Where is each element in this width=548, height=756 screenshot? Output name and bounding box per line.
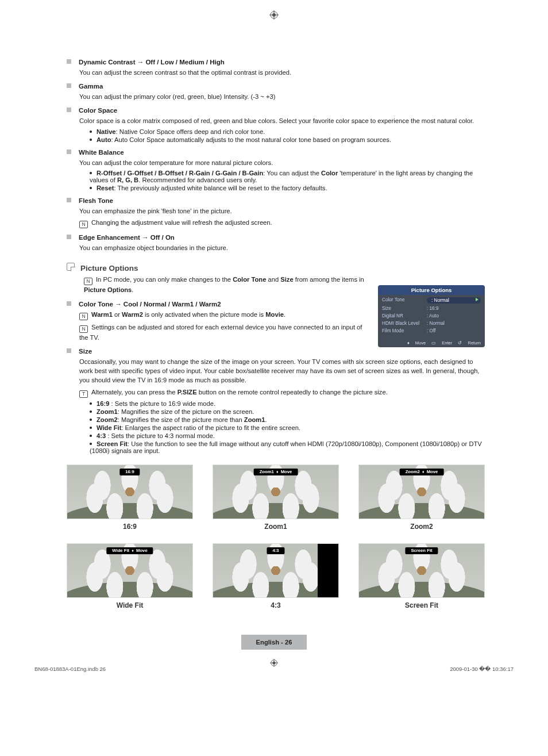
section-edge-enhancement: Edge Enhancement → Off / On You can emph… [67,234,485,252]
updown-icon: ♦ [276,470,279,474]
page-footer: English - 26 BN68-01883A-01Eng.indb 26 2… [34,635,514,675]
square-bullet-icon [67,59,71,64]
text: . [265,416,267,423]
dot-bullet-icon [90,427,92,429]
osd-value: : Normal [427,297,481,304]
text: : Magnifies the size of the picture on t… [118,408,254,415]
osd-row[interactable]: Color Tone: Normal [378,296,485,305]
move-label: Move [135,548,148,553]
list-item: Wide Fit: Enlarges the aspect ratio of t… [90,424,485,431]
dot-bullet-icon [90,187,92,189]
text: : Native Color Space offers deep and ric… [116,128,265,135]
square-bullet-icon [67,348,71,353]
thumbnail-image: 4:3 [213,543,339,598]
aspect-thumbnail-grid: 16:916:9Zoom1 ♦ MoveZoom1Zoom2 ♦ MoveZoo… [67,465,485,609]
osd-key: Film Mode [382,328,427,333]
tool-t-icon [79,390,88,398]
updown-icon: ♦ [132,548,134,552]
osd-value: : Normal [427,321,445,326]
dot-bullet-icon [90,172,92,174]
text: : The previously adjusted white balance … [114,185,327,191]
body-text: You can emphasize the pink 'flesh tone' … [79,206,485,216]
osd-hint-return: ↺ Return [458,340,481,346]
thumbnail-cell: Zoom1 ♦ MoveZoom1 [213,465,339,531]
text: Alternately, you can press the [91,389,177,396]
square-bullet-icon [67,149,71,154]
osd-title: Picture Options [378,285,485,295]
move-label: Move [280,469,292,474]
dot-bullet-icon [90,410,92,413]
section-white-balance: White Balance You can adjust the color t… [67,149,485,191]
square-bullet-icon [67,198,71,202]
osd-key: Size [382,306,427,311]
thumbnail-banner: Wide Fit ♦ Move [106,547,153,554]
osd-key: Digital NR [382,313,427,318]
dot-bullet-icon [90,131,92,133]
osd-row[interactable]: Size: 16:9 [378,305,485,312]
registration-mark-top-icon [269,10,279,20]
dot-bullet-icon [90,443,92,445]
document-page: Dynamic Contrast → Off / Low / Medium / … [0,0,548,698]
text: or [113,311,122,318]
open-square-icon [67,263,75,271]
note: In PC mode, you can only make changes to… [84,275,377,294]
term: P.SIZE [177,389,197,396]
body-text: You can emphasize object boundaries in t… [79,243,485,252]
thumbnail-caption: 4:3 [213,601,339,609]
term: 16:9 [97,400,109,407]
thumbnail-cell: 4:34:3 [213,543,339,609]
list-item: Auto: Auto Color Space automatically adj… [90,136,485,143]
term: R-Offset / G-Offset / B-Offset / R-Gain … [97,170,263,176]
osd-row[interactable]: Film Mode: Off [378,327,485,335]
dot-bullet-icon [90,419,92,421]
term: Zoom1 [97,408,118,415]
dot-bullet-icon [90,402,92,405]
thumbnail-image: 16:9 [67,465,193,519]
footer-filename: BN68-01883A-01Eng.indb 26 [34,666,106,672]
body-text: You can adjust the screen contrast so th… [79,68,485,77]
text: : Use the function to see the full image… [90,440,482,454]
text: In PC mode, you can only make changes to… [96,276,233,283]
osd-key: Color Tone [382,297,427,304]
body-text: Color space is a color matrix composed o… [79,116,485,125]
thumbnail-caption: 16:9 [67,523,193,531]
term: Reset [97,185,114,191]
heading: Color Space [79,107,117,114]
thumbnail-banner: Screen Fit [405,547,438,554]
thumbnail-cell: Zoom2 ♦ MoveZoom2 [358,465,485,531]
list-item: 4:3 : Sets the picture to 4:3 normal mod… [90,432,485,439]
thumbnail-caption: Zoom2 [358,523,485,531]
thumbnail-cell: Wide Fit ♦ MoveWide Fit [67,543,193,609]
move-label: Move [426,469,438,474]
term: Color Tone [233,276,266,283]
square-bullet-icon [67,108,71,112]
picture-options-osd-panel: Picture Options Color Tone: Normal Size:… [378,285,485,347]
square-bullet-icon [67,235,71,239]
osd-key: HDMI Black Level [382,321,427,326]
term: Size [280,276,293,283]
note: Warm1 or Warm2 is only activated when th… [79,310,372,320]
heading: White Balance [79,149,124,156]
osd-row[interactable]: Digital NR: Auto [378,312,485,320]
osd-footer: ♦ Move ▭ Enter ↺ Return [403,340,481,346]
page-number-box: English - 26 [241,635,307,650]
list-item: Zoom1: Magnifies the size of the picture… [90,408,485,415]
term: Zoom1 [244,416,265,423]
arrow-right-icon [476,298,478,301]
dot-bullet-icon [90,139,92,141]
section-gamma: Gamma You can adjust the primary color (… [67,83,485,101]
thumbnail-cell: 16:916:9 [67,465,193,531]
term: 4:3 [97,432,106,439]
text: from among the items in [294,276,364,283]
term: Wide Fit [97,424,121,431]
text: . Recommended for advanced users only. [138,176,257,183]
section-color-space: Color Space Color space is a color matri… [67,107,485,143]
osd-value: : Off [427,328,435,333]
term: Auto [97,136,111,143]
osd-row[interactable]: HDMI Black Level: Normal [378,320,485,327]
thumbnail-banner: Zoom1 ♦ Move [254,469,298,475]
text: : You can adjust the [263,170,321,176]
osd-hint-enter: ▭ Enter [431,340,452,346]
thumbnail-banner: Zoom2 ♦ Move [400,469,444,475]
list-item: 16:9 : Sets the picture to 16:9 wide mod… [90,400,485,407]
